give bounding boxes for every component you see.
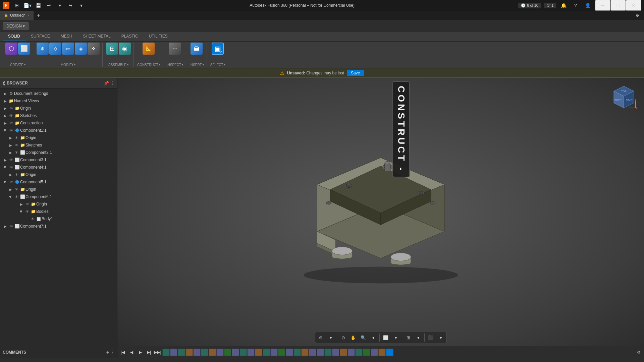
tree-item-c1-origin[interactable]: ▶ 👁 📁 Origin	[0, 134, 117, 141]
tree-item-doc-settings[interactable]: ▶ ⚙ Document Settings	[0, 90, 117, 97]
display-dropdown[interactable]: ▾	[391, 333, 400, 342]
close-btn[interactable]: ✕	[626, 0, 641, 11]
tree-item-component3[interactable]: ▶ 👁 ⬜ Component3:1	[0, 156, 117, 164]
close-tab-btn[interactable]: ×	[27, 13, 29, 17]
snap-btn[interactable]: ⊕	[316, 333, 325, 342]
expand-c4-origin[interactable]: ▶	[8, 172, 13, 177]
expand-sketches[interactable]: ▶	[3, 113, 8, 118]
timeline-settings-btn[interactable]: ⚙	[635, 348, 643, 356]
orbit-btn[interactable]: ⊙	[338, 333, 348, 342]
component7-visibility[interactable]: 👁	[8, 223, 14, 229]
timeline-item-15[interactable]	[270, 349, 278, 356]
timeline-item-6[interactable]	[201, 349, 208, 356]
construct-label[interactable]: CONSTRUCT ▾	[137, 63, 160, 67]
timeline-item-10[interactable]	[232, 349, 239, 356]
tree-item-component7[interactable]: ▶ 👁 ⬜ Component7:1	[0, 223, 117, 230]
expand-doc-settings[interactable]: ▶	[3, 91, 8, 96]
undo-btn[interactable]: ↩	[44, 1, 54, 10]
design-mode-btn[interactable]: DESIGN ▾	[3, 22, 29, 30]
timeline-item-23[interactable]	[332, 349, 339, 356]
joint-btn[interactable]: ◉	[119, 43, 131, 55]
timeline-first-btn[interactable]: |◀	[119, 348, 127, 356]
create-label[interactable]: CREATE ▾	[10, 63, 25, 67]
timeline-play-btn[interactable]: ▶	[136, 348, 144, 356]
timeline-item-2[interactable]	[170, 349, 177, 356]
body1-visibility[interactable]: 👁	[30, 216, 36, 222]
undo-dropdown[interactable]: ▾	[55, 1, 64, 10]
timeline-item-18[interactable]	[293, 349, 301, 356]
timeline-item-3[interactable]	[178, 349, 185, 356]
expand-named-views[interactable]: ▶	[3, 98, 8, 104]
timeline-item-22[interactable]	[324, 349, 332, 356]
snap-dropdown[interactable]: ▾	[326, 333, 335, 342]
nav-cube[interactable]: TOP RIGHT FRONT X Y Z	[610, 84, 637, 111]
bodies-visibility[interactable]: 👁	[24, 208, 30, 215]
insert-canvas-btn[interactable]: 🏔	[191, 43, 203, 55]
component6-visibility[interactable]: 👁	[13, 194, 19, 200]
viewport[interactable]: CONSTRUCT - TOP RIGHT FRONT X	[117, 78, 644, 346]
insert-label[interactable]: INSERT ▾	[190, 63, 204, 67]
grid-btn[interactable]: ⊞	[404, 333, 413, 342]
zoom-btn[interactable]: 🔍	[359, 333, 368, 342]
timeline-item-28[interactable]	[371, 349, 378, 356]
display-mode-btn[interactable]: ⬜	[381, 333, 390, 342]
tab-surface[interactable]: SURFACE	[25, 32, 55, 41]
tree-item-c6-origin[interactable]: ▶ 👁 📁 Origin	[0, 200, 117, 208]
expand-bodies[interactable]: ▶	[19, 209, 24, 215]
timeline-item-7[interactable]	[209, 349, 216, 356]
timeline-item-21[interactable]	[317, 349, 324, 356]
timeline-item-27[interactable]	[363, 349, 370, 356]
tree-item-component6[interactable]: ▶ 👁 ⬜ Component6:1	[0, 193, 117, 200]
new-component-btn[interactable]: ⊞	[106, 43, 118, 55]
tree-item-c4-origin[interactable]: ▶ 👁 📁 Origin	[0, 171, 117, 178]
timeline-item-5[interactable]	[193, 349, 201, 356]
component1-visibility[interactable]: 👁	[8, 127, 14, 133]
timeline-item-14[interactable]	[263, 349, 270, 356]
new-tab-btn[interactable]: +	[34, 11, 43, 20]
expand-c1-sketches[interactable]: ▶	[8, 142, 13, 148]
tab-plastic[interactable]: PLASTIC	[116, 32, 144, 41]
timeline-item-16[interactable]	[278, 349, 285, 356]
expand-component4[interactable]: ▶	[3, 165, 8, 170]
help-btn[interactable]: ?	[571, 1, 580, 10]
tree-item-sketches[interactable]: ▶ 👁 📁 Sketches	[0, 112, 117, 119]
tree-item-bodies[interactable]: ▶ 👁 📁 Bodies	[0, 208, 117, 215]
c6-origin-visibility[interactable]: 👁	[24, 201, 30, 207]
modify-label[interactable]: MODIFY ▾	[61, 63, 76, 67]
file-menu[interactable]: 📄▾	[23, 1, 32, 10]
expand-c6-origin[interactable]: ▶	[19, 201, 24, 207]
tree-item-body1[interactable]: ▶ 👁 ⬜ Body1	[0, 215, 117, 223]
timeline-next-btn[interactable]: ▶|	[145, 348, 153, 356]
tab-solid[interactable]: SOLID	[3, 32, 25, 41]
timeline-item-25[interactable]	[347, 349, 355, 356]
timeline-item-4[interactable]	[185, 349, 193, 356]
save-btn[interactable]: 💾	[34, 1, 43, 10]
press-pull-btn[interactable]: ⊕	[37, 43, 49, 55]
expand-component6[interactable]: ▶	[8, 194, 13, 200]
expand-origin[interactable]: ▶	[3, 106, 8, 111]
assemble-label[interactable]: ASSEMBLE ▾	[108, 63, 128, 67]
select-btn[interactable]: ▣ ↗	[212, 43, 224, 55]
construction-visibility[interactable]: 👁	[8, 120, 14, 126]
box-btn[interactable]: ⬜	[18, 43, 30, 55]
account-btn[interactable]: 👤	[583, 1, 592, 10]
expand-c5-origin[interactable]: ▶	[8, 187, 13, 192]
tree-item-origin[interactable]: ▶ 👁 📁 Origin	[0, 105, 117, 112]
tab-sheet-metal[interactable]: SHEET METAL	[77, 32, 116, 41]
expand-component1[interactable]: ▶	[3, 128, 8, 133]
timeline-item-24[interactable]	[340, 349, 347, 356]
tree-item-named-views[interactable]: ▶ 📁 Named Views	[0, 97, 117, 105]
expand-construction[interactable]: ▶	[3, 120, 8, 126]
expand-component2[interactable]: ▶	[8, 150, 13, 155]
construct-plane-btn[interactable]: 📐	[143, 43, 155, 55]
tree-item-c5-origin[interactable]: ▶ 👁 📁 Origin	[0, 186, 117, 193]
combine-btn[interactable]: ✛	[88, 43, 100, 55]
tree-item-component1[interactable]: ▶ 👁 🔷 Component1:1	[0, 127, 117, 134]
maximize-btn[interactable]: □	[610, 0, 626, 11]
component2-visibility[interactable]: 👁	[13, 149, 19, 156]
tree-item-construction[interactable]: ▶ 👁 📁 Construction	[0, 119, 117, 127]
timeline-prev-btn[interactable]: ◀	[127, 348, 136, 356]
tab-utilities[interactable]: UTILITIES	[144, 32, 173, 41]
expand-component5[interactable]: ▶	[3, 180, 8, 185]
select-label[interactable]: SELECT ▾	[210, 63, 225, 67]
